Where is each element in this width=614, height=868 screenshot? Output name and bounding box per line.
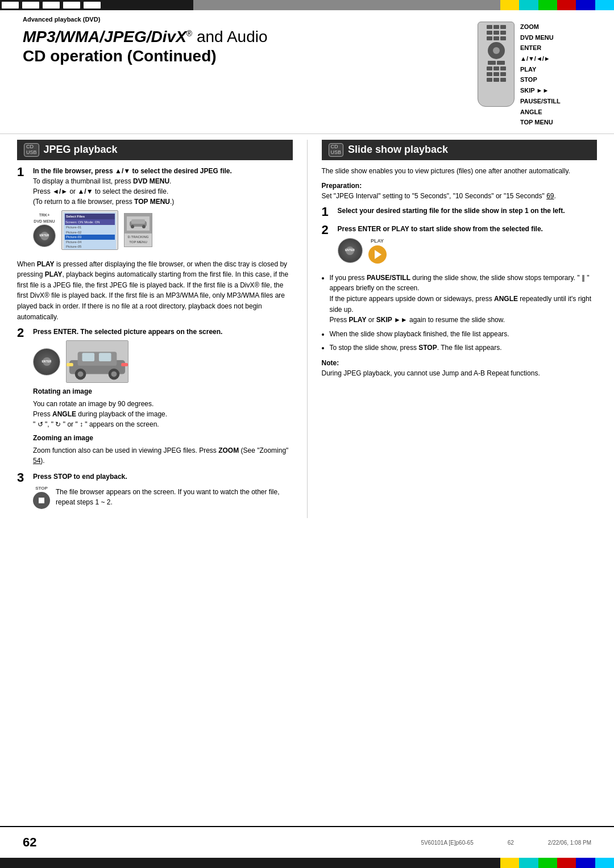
- skip-label: SKIP ►►: [520, 85, 561, 96]
- footer: 62 5V60101A [E]p60-65 62 2/22/06, 1:08 P…: [0, 826, 614, 858]
- footer-right: 2/22/06, 1:08 PM: [548, 840, 591, 846]
- zooming-text: Zoom function also can be used in viewin…: [33, 445, 293, 466]
- header-section: Advanced playback (DVD) MP3/WMA/JPEG/Div…: [0, 10, 614, 134]
- bottom-color-bar: [0, 858, 614, 868]
- enter-button-img2: ENTER: [33, 348, 60, 375]
- enter-label: ENTER: [520, 43, 561, 53]
- header-left: Advanced playback (DVD) MP3/WMA/JPEG/Div…: [23, 16, 466, 65]
- angle-label: ANGLE: [520, 107, 561, 118]
- svg-point-3: [142, 225, 146, 228]
- title-italic: MP3/WMA/JPEG/DivX: [23, 28, 186, 45]
- ss-step2-content: Press ENTER or PLAY to start slide show …: [338, 224, 598, 267]
- rotating-text: You can rotate an image by 90 degrees. P…: [33, 399, 293, 429]
- top-color-bar: [0, 0, 614, 10]
- file-list: Select Files Screen: ONMode: ON Picture-…: [64, 212, 116, 250]
- svg-rect-9: [99, 353, 111, 362]
- ss-step1-content: Select your desired starting file for th…: [338, 206, 598, 216]
- thumbnail-preview: D.TRACKINGTOP MENU: [124, 213, 152, 247]
- note-text: During JPEG playback, you cannot use Jum…: [322, 369, 540, 377]
- jpeg-section-header: CD USB JPEG playback: [17, 140, 293, 160]
- ss-step2-number: 2: [322, 224, 333, 236]
- step2-content: Press ENTER. The selected picture appear…: [33, 327, 293, 466]
- jpeg-header-text: JPEG playback: [44, 144, 118, 156]
- car-photo: [66, 340, 128, 383]
- bullet2: When the slide show playback finished, t…: [330, 329, 598, 340]
- bullet3: To stop the slide show, press STOP. The …: [330, 343, 598, 353]
- top-menu-label: TOP MENU: [520, 117, 561, 128]
- footer-center: 62: [508, 840, 514, 846]
- play-btn-ss: [368, 245, 387, 264]
- step3-body: The file browser appears on the screen. …: [56, 487, 293, 507]
- step1-sub2: Press ◄/► or ▲/▼ to select the desired f…: [33, 187, 168, 195]
- jpeg-body-text: When PLAY is pressed after displaying th…: [17, 259, 293, 323]
- step3-number: 3: [17, 471, 28, 484]
- svg-point-2: [131, 225, 134, 228]
- rotating-title: Rotating an image: [33, 386, 293, 397]
- footer-info: 5V60101A [E]p60-65 62 2/22/06, 1:08 PM: [421, 840, 591, 846]
- play-btn-container: PLAY: [368, 237, 387, 264]
- play-label: PLAY: [520, 64, 561, 75]
- step1-title: In the file browser, press ▲/▼ to select…: [33, 167, 232, 175]
- step3-content: Press STOP to end playback. STOP The fil…: [33, 471, 293, 512]
- svg-point-13: [111, 372, 117, 377]
- stop-btn-img: [33, 492, 50, 509]
- file-browser-screen: Select Files Screen: ONMode: ON Picture-…: [61, 210, 118, 250]
- step3-title: Press STOP to end playback.: [33, 473, 127, 481]
- title-line2: CD operation (Continued): [23, 47, 217, 65]
- note-block: Note: During JPEG playback, you cannot u…: [322, 358, 598, 378]
- svg-rect-14: [67, 363, 73, 366]
- ss-step2-buttons: ENTER PLAY: [338, 237, 598, 264]
- remote-area: ZOOM DVD MENU ENTER ▲/▼/◄/► PLAY STOP SK…: [478, 22, 591, 128]
- slideshow-header-text: Slide show playback: [348, 144, 448, 156]
- jpeg-section: CD USB JPEG playback 1 In the file brows…: [17, 140, 293, 518]
- slideshow-intro: The slide show enables you to view pictu…: [322, 166, 598, 177]
- cd-usb-badge-slideshow: CD USB: [329, 143, 344, 157]
- stop-label: STOP: [520, 74, 561, 85]
- step1-sub3: (To return to a file browser, press TOP …: [33, 198, 174, 206]
- step2-title: Press ENTER. The selected picture appear…: [33, 328, 222, 336]
- svg-rect-4: [131, 219, 145, 224]
- preparation-block: Preparation: Set "JPEG Interval" setting…: [322, 181, 598, 201]
- jpeg-step1: 1 In the file browser, press ▲/▼ to sele…: [17, 166, 293, 253]
- slideshow-step2: 2 Press ENTER or PLAY to start slide sho…: [322, 224, 598, 267]
- enter-btn-ss: ENTER: [338, 238, 363, 263]
- arrows-label: ▲/▼/◄/►: [520, 53, 561, 64]
- jpeg-step2: 2 Press ENTER. The selected picture appe…: [17, 327, 293, 466]
- slideshow-section-header: CD USB Slide show playback: [322, 140, 598, 160]
- slideshow-section: CD USB Slide show playback The slide sho…: [322, 140, 598, 518]
- ss-step1-title: Select your desired starting file for th…: [338, 207, 565, 215]
- car-svg: [67, 340, 128, 383]
- stop-button-container: STOP: [33, 485, 50, 509]
- dvd-menu-label: DVD MENU: [520, 32, 561, 43]
- svg-rect-8: [82, 353, 94, 362]
- footer-left: 5V60101A [E]p60-65: [421, 840, 473, 846]
- enter-button-img: ENTER: [33, 224, 56, 247]
- page-number: 62: [23, 835, 36, 850]
- ss-step2-title: Press ENTER or PLAY to start slide show …: [338, 225, 543, 233]
- step1-sub1: To display a thumbnail list, press DVD M…: [33, 177, 171, 185]
- main-content: CD USB JPEG playback 1 In the file brows…: [0, 134, 614, 524]
- remote-diagram-area: ZOOM DVD MENU ENTER ▲/▼/◄/► PLAY STOP SK…: [478, 22, 591, 128]
- trk-device: TRK+DVD MENU ENTER: [33, 212, 56, 247]
- step1-number: 1: [17, 166, 28, 178]
- ss-step1-number: 1: [322, 206, 333, 218]
- remote-labels: ZOOM DVD MENU ENTER ▲/▼/◄/► PLAY STOP SK…: [520, 22, 561, 128]
- svg-rect-15: [121, 363, 128, 366]
- step1-device-row: TRK+DVD MENU ENTER Select Files: [33, 210, 293, 250]
- prep-title: Preparation:: [322, 182, 362, 190]
- step2-number: 2: [17, 327, 28, 339]
- jpeg-step3: 3 Press STOP to end playback. STOP The f…: [17, 471, 293, 512]
- pause-still-label: PAUSE/STILL: [520, 96, 561, 107]
- breadcrumb: Advanced playback (DVD): [23, 16, 466, 23]
- enter-btn-container: ENTER: [338, 238, 363, 263]
- page-title: MP3/WMA/JPEG/DivX® and Audio CD operatio…: [23, 27, 466, 65]
- zooming-title: Zooming an image: [33, 433, 293, 443]
- slideshow-bullets: If you press PAUSE/STILL during the slid…: [322, 273, 598, 353]
- note-title: Note:: [322, 359, 339, 367]
- bullet1: If you press PAUSE/STILL during the slid…: [330, 273, 598, 326]
- slideshow-step1: 1 Select your desired starting file for …: [322, 206, 598, 218]
- step3-device-row: STOP The file browser appears on the scr…: [33, 485, 293, 509]
- remote-graphic: [478, 22, 515, 107]
- step2-device-row: ENTER: [33, 340, 293, 383]
- cd-usb-badge-jpeg: CD USB: [24, 143, 39, 157]
